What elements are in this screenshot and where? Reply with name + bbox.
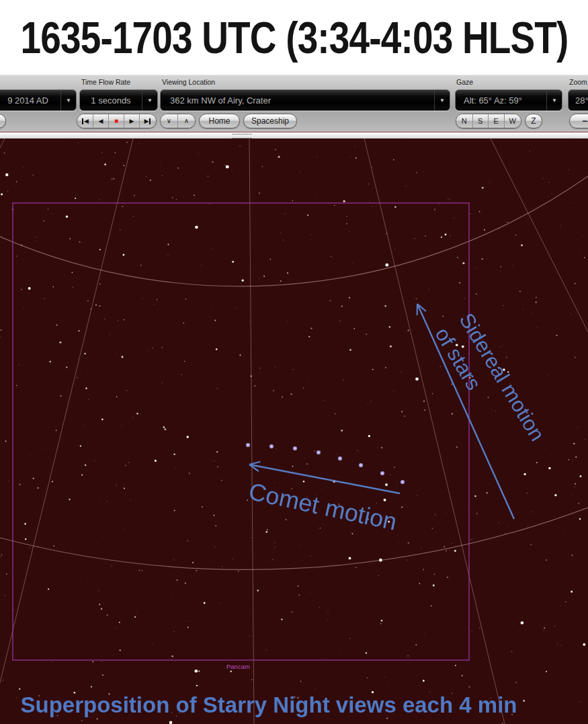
- grid-azimuth-line: [364, 138, 505, 724]
- zoom-label: Zoom: [569, 78, 587, 86]
- zoom-value: 28°: [569, 95, 588, 106]
- compass-n-button[interactable]: N: [456, 114, 473, 128]
- step-bar-icon: [149, 118, 151, 124]
- dropdown-arrow-icon[interactable]: ▼: [434, 90, 450, 110]
- comet-dot-core: [382, 473, 384, 475]
- pancam-label: Pancam: [226, 663, 250, 670]
- comet-dot-core: [402, 481, 404, 483]
- screen: 1635-1703 UTC (3:34-4:03 HLST) Time Flow…: [0, 0, 588, 724]
- location-up-button[interactable]: ∧: [178, 114, 195, 128]
- play-back-icon: ◀: [99, 118, 103, 124]
- compass-buttons: N S E W: [456, 114, 521, 128]
- date-field[interactable]: 9 2014 AD ▼: [0, 89, 77, 111]
- stop-icon: ■: [114, 118, 118, 124]
- chevron-up-icon: ∧: [184, 118, 189, 124]
- minus-icon: −: [582, 116, 587, 126]
- location-stepper: ∨ ∧: [160, 114, 196, 128]
- fov-rect: [13, 203, 469, 660]
- location-down-button[interactable]: ∨: [161, 114, 178, 128]
- compass-w-button[interactable]: W: [505, 114, 521, 128]
- gaze-field[interactable]: Alt: 65° Az: 59° ▼: [455, 89, 562, 111]
- comet-dot-core: [271, 446, 273, 448]
- grid-azimuth-line: [0, 138, 5, 148]
- dropdown-arrow-icon[interactable]: ▼: [142, 90, 157, 110]
- divider: [0, 132, 588, 138]
- viewing-location-field[interactable]: 362 km NW of Airy, Crater ▼: [160, 89, 450, 111]
- time-flow-value: 1 seconds: [80, 95, 142, 106]
- grid-azimuth-line: [249, 138, 254, 724]
- zenith-button[interactable]: Z: [525, 114, 542, 128]
- title-bar: 1635-1703 UTC (3:34-4:03 HLST): [0, 0, 588, 75]
- step-forward-button[interactable]: ▶: [140, 114, 156, 128]
- dropdown-arrow-icon[interactable]: ▼: [546, 90, 562, 110]
- comet-motion-arrow-head: [249, 462, 260, 465]
- time-flow-label: Time Flow Rate: [81, 78, 130, 86]
- gaze-value: Alt: 65° Az: 59°: [456, 95, 546, 106]
- grid-azimuth-line: [0, 138, 133, 724]
- step-back-button[interactable]: ◀: [77, 114, 93, 128]
- comet-dot-core: [360, 465, 362, 467]
- home-button[interactable]: Home: [199, 114, 240, 128]
- date-value: 9 2014 AD: [0, 95, 60, 106]
- chevron-down-icon: ∨: [167, 118, 171, 124]
- bottom-caption: Superposition of Starry Night views each…: [0, 692, 538, 718]
- play-icon: ▶: [130, 118, 134, 124]
- playback-controls: ◀ ◀ ■ ▶ ▶: [77, 114, 157, 128]
- comet-dot-core: [318, 452, 320, 454]
- grid-azimuth-line: [491, 138, 588, 332]
- compass-e-button[interactable]: E: [489, 114, 505, 128]
- gaze-label: Gaze: [456, 78, 473, 86]
- grid-altitude-arc: [0, 508, 588, 569]
- page-title: 1635-1703 UTC (3:34-4:03 HLST): [20, 11, 568, 63]
- spaceship-button[interactable]: Spaceship: [243, 114, 297, 128]
- comet-dot-core: [339, 458, 341, 460]
- time-flow-field[interactable]: 1 seconds ▼: [79, 89, 158, 111]
- step-bar-icon: [82, 118, 83, 124]
- stop-button[interactable]: ■: [109, 114, 124, 128]
- play-forward-button[interactable]: ▶: [124, 114, 140, 128]
- cutoff-button[interactable]: [0, 114, 6, 128]
- play-back-button[interactable]: ◀: [93, 114, 109, 128]
- comet-dot-core: [294, 448, 296, 450]
- dropdown-arrow-icon[interactable]: ▼: [60, 90, 76, 110]
- play-icon: ▶: [144, 118, 149, 124]
- grid-altitude-arc: [0, 176, 588, 286]
- viewing-location-label: Viewing Location: [162, 78, 215, 86]
- zoom-field[interactable]: 28°: [568, 89, 588, 111]
- viewing-location-value: 362 km NW of Airy, Crater: [161, 95, 434, 106]
- drag-handle[interactable]: [232, 134, 252, 138]
- play-back-icon: ◀: [84, 118, 89, 124]
- compass-s-button[interactable]: S: [473, 114, 489, 128]
- starfield[interactable]: Pancam Comet motion Sidereal motion of s…: [0, 138, 588, 724]
- toolbar: Time Flow Rate Viewing Location Gaze Zoo…: [0, 75, 588, 133]
- zoom-out-button[interactable]: −: [569, 114, 588, 128]
- comet-dot-core: [247, 444, 249, 446]
